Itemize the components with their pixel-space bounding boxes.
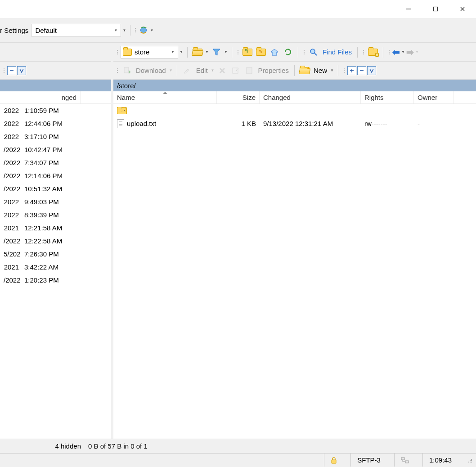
back-dropdown[interactable]: ▼ <box>401 50 405 54</box>
local-list-item[interactable]: /202212:22:58 AM <box>0 234 111 247</box>
column-name[interactable]: Name <box>113 91 217 103</box>
home-button[interactable] <box>268 46 281 58</box>
transfer-settings-dropdown[interactable]: ▼ <box>121 28 127 32</box>
column-size[interactable]: Size <box>217 91 260 103</box>
window-titlebar <box>0 0 476 18</box>
minimize-button[interactable] <box>395 0 422 18</box>
select-button[interactable] <box>347 66 356 75</box>
reconnect-dropdown[interactable]: ▼ <box>149 28 154 32</box>
download-dropdown[interactable]: ▼ <box>169 68 173 72</box>
svg-point-21 <box>471 460 472 461</box>
column-changed[interactable]: Changed <box>260 91 361 103</box>
local-list-item[interactable]: /20221:20:23 PM <box>0 274 111 287</box>
delete-button[interactable] <box>216 64 229 77</box>
toolbar-separator <box>357 47 358 58</box>
local-list-item[interactable]: /202212:14:06 PM <box>0 169 111 182</box>
maximize-button[interactable] <box>422 0 449 18</box>
local-list-item[interactable]: 20221:10:59 PM <box>0 104 111 117</box>
back-button[interactable]: ⬅ <box>392 47 400 58</box>
local-list-item[interactable]: /20227:34:07 PM <box>0 156 111 169</box>
rename-file-button[interactable] <box>229 64 242 77</box>
refresh-button[interactable] <box>282 46 294 58</box>
close-button[interactable] <box>449 0 476 18</box>
find-files-icon-button[interactable] <box>307 46 320 58</box>
x-icon <box>218 66 227 75</box>
deselect-button[interactable] <box>7 66 16 75</box>
parent-dir-row[interactable]: .. <box>113 104 476 117</box>
session-time: 1:09:43 <box>422 454 458 467</box>
svg-rect-17 <box>401 458 404 460</box>
forward-dropdown[interactable]: ▼ <box>415 50 419 54</box>
properties-button[interactable]: Properties <box>256 67 291 74</box>
reconnect-button[interactable] <box>138 25 149 36</box>
parent-directory-button[interactable]: ↰ <box>241 46 254 58</box>
transfer-settings-combo[interactable]: Default ▼ <box>31 24 121 36</box>
local-list-item[interactable]: 202112:21:58 AM <box>0 221 111 234</box>
local-list-item[interactable]: 5/20217:26:30 PM <box>0 247 111 260</box>
file-row[interactable]: upload.txt1 KB9/13/2022 12:31:21 AMrw---… <box>113 117 476 130</box>
select-all-button[interactable] <box>17 66 26 75</box>
new-icon-button[interactable]: ✦ <box>298 64 311 77</box>
transfer-settings-value: Default <box>35 27 57 34</box>
download-icon-button[interactable] <box>121 64 133 77</box>
remote-dir-combo[interactable]: store ▼ <box>121 46 178 58</box>
toolbar-grip <box>237 50 239 54</box>
svg-rect-16 <box>332 460 336 463</box>
filter-button[interactable] <box>210 46 223 58</box>
chevron-down-icon: ▼ <box>112 26 119 34</box>
edit-dropdown[interactable]: ▼ <box>211 68 215 72</box>
toolbar-separator <box>130 25 130 36</box>
deselect-button[interactable] <box>357 66 366 75</box>
download-button[interactable]: Download <box>134 67 168 74</box>
new-button[interactable]: New <box>312 67 329 74</box>
find-files-button[interactable]: Find Files <box>321 48 354 56</box>
open-directory-button[interactable] <box>191 46 204 58</box>
column-rights[interactable]: Rights <box>361 91 414 103</box>
refresh-icon <box>283 48 292 57</box>
local-list-item[interactable]: 20229:49:03 PM <box>0 195 111 208</box>
local-column-extra[interactable] <box>81 91 111 103</box>
local-list-item[interactable]: 20223:17:10 PM <box>0 130 111 143</box>
local-list-item[interactable]: 202212:44:06 PM <box>0 117 111 130</box>
network-indicator[interactable] <box>394 454 415 467</box>
filter-dropdown[interactable]: ▼ <box>224 50 228 54</box>
transfer-settings-label: r Settings <box>0 27 28 34</box>
home-icon <box>270 48 279 57</box>
encryption-indicator[interactable] <box>324 454 343 467</box>
local-list-item[interactable]: 20213:42:22 AM <box>0 260 111 274</box>
download-icon <box>122 66 131 75</box>
edit-button[interactable]: Edit <box>194 67 210 74</box>
forward-button[interactable]: ➡ <box>406 47 414 58</box>
file-icon <box>117 119 124 128</box>
edit-icon-button[interactable] <box>181 64 193 77</box>
select-all-button[interactable] <box>367 66 376 75</box>
properties-icon-button[interactable] <box>243 64 256 77</box>
column-owner[interactable]: Owner <box>414 91 454 103</box>
local-column-changed[interactable]: nged <box>0 91 81 103</box>
sync-browse-button[interactable] <box>367 46 379 58</box>
new-dropdown[interactable]: ▼ <box>330 68 334 72</box>
svg-point-24 <box>471 459 472 460</box>
rename-icon <box>231 66 240 75</box>
remote-path-bar[interactable]: /store/ <box>113 80 476 91</box>
selection-summary-bar: 4 hidden 0 B of 57 B in 0 of 1 <box>0 439 476 453</box>
svg-rect-8 <box>124 67 129 73</box>
resize-grip-icon[interactable] <box>467 458 472 463</box>
local-list-item[interactable]: /202210:51:32 AM <box>0 182 111 195</box>
remote-file-list[interactable]: ..upload.txt1 KB9/13/2022 12:31:21 AMrw-… <box>113 104 476 439</box>
protocol-indicator[interactable]: SFTP-3 <box>350 454 387 467</box>
column-extra[interactable] <box>454 91 476 103</box>
local-list-item[interactable]: 20228:39:39 PM <box>0 208 111 221</box>
toolbar-separator <box>294 65 295 76</box>
rename-button[interactable]: ✎ <box>255 46 267 58</box>
svg-point-23 <box>470 460 471 461</box>
remote-dir-dropdown[interactable]: ▼ <box>179 50 184 54</box>
local-list-item[interactable]: /202210:42:47 PM <box>0 143 111 156</box>
local-panel: nged 20221:10:59 PM202212:44:06 PM20223:… <box>0 43 113 439</box>
close-icon <box>460 6 465 12</box>
open-directory-dropdown[interactable]: ▼ <box>205 50 209 54</box>
local-file-list[interactable]: 20221:10:59 PM202212:44:06 PM20223:17:10… <box>0 104 111 439</box>
svg-rect-12 <box>247 67 252 74</box>
toolbar-separator <box>383 47 383 58</box>
toolbar-separator <box>187 47 188 58</box>
